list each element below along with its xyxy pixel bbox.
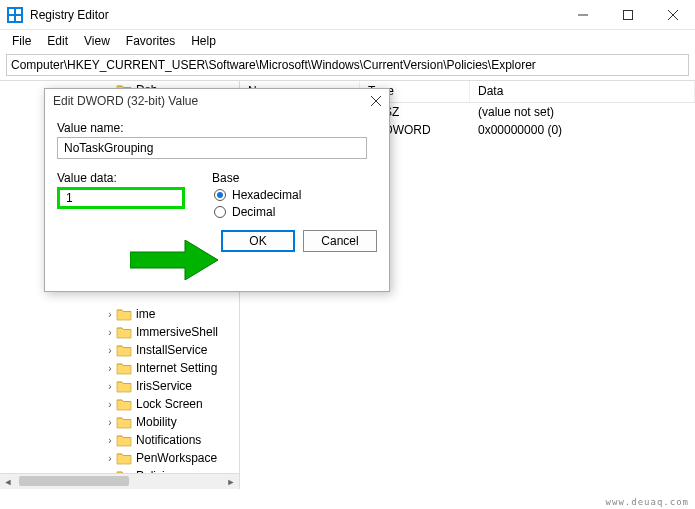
radio-icon [214, 189, 226, 201]
menu-help[interactable]: Help [183, 32, 224, 50]
chevron-right-icon[interactable] [104, 399, 116, 410]
tree-item-label: PenWorkspace [136, 451, 217, 465]
address-bar[interactable]: Computer\HKEY_CURRENT_USER\Software\Micr… [6, 54, 689, 76]
col-header-data[interactable]: Data [470, 81, 695, 102]
tree-item-label: ImmersiveShell [136, 325, 218, 339]
tree-item-label: InstallService [136, 343, 207, 357]
menu-edit[interactable]: Edit [39, 32, 76, 50]
tree-item-label: Notifications [136, 433, 201, 447]
tree-item-mobility[interactable]: Mobility [0, 413, 239, 431]
valuename-label: Value name: [57, 121, 377, 135]
scroll-left-icon[interactable]: ◄ [0, 474, 16, 489]
chevron-right-icon[interactable] [104, 363, 116, 374]
tree-item-label: IrisService [136, 379, 192, 393]
svg-rect-1 [9, 9, 14, 14]
folder-icon [116, 379, 132, 393]
tree-item-label: Lock Screen [136, 397, 203, 411]
annotation-arrow [130, 240, 220, 284]
cell-data: 0x00000000 (0) [470, 123, 695, 137]
dialog-close-button[interactable] [371, 93, 381, 109]
svg-rect-3 [9, 16, 14, 21]
app-icon [6, 6, 24, 24]
folder-icon [116, 307, 132, 321]
close-icon [668, 10, 678, 20]
cell-data: (value not set) [470, 105, 695, 119]
folder-icon [116, 415, 132, 429]
dialog-body: Value name: Value data: Base Hexadecimal… [45, 113, 389, 222]
svg-marker-11 [130, 240, 218, 280]
tree-scrollbar[interactable]: ◄ ► [0, 473, 239, 489]
folder-icon [116, 325, 132, 339]
dialog-titlebar: Edit DWORD (32-bit) Value [45, 89, 389, 113]
folder-icon [116, 397, 132, 411]
radio-decimal[interactable]: Decimal [214, 205, 377, 219]
chevron-right-icon[interactable] [104, 345, 116, 356]
valuename-input[interactable] [57, 137, 367, 159]
folder-icon [116, 361, 132, 375]
cancel-button[interactable]: Cancel [303, 230, 377, 252]
folder-icon [116, 433, 132, 447]
dialog-title: Edit DWORD (32-bit) Value [53, 94, 198, 108]
scroll-right-icon[interactable]: ► [223, 474, 239, 489]
address-text: Computer\HKEY_CURRENT_USER\Software\Micr… [11, 58, 536, 72]
tree-item-label: ime [136, 307, 155, 321]
folder-icon [116, 451, 132, 465]
tree-item-notifications[interactable]: Notifications [0, 431, 239, 449]
menu-file[interactable]: File [4, 32, 39, 50]
menu-view[interactable]: View [76, 32, 118, 50]
scroll-track[interactable] [16, 474, 223, 489]
tree-item-installservice[interactable]: InstallService [0, 341, 239, 359]
chevron-right-icon[interactable] [104, 309, 116, 320]
close-icon [371, 96, 381, 106]
base-label: Base [212, 171, 377, 185]
tree-item-label: Internet Setting [136, 361, 217, 375]
chevron-right-icon[interactable] [104, 381, 116, 392]
menubar: File Edit View Favorites Help [0, 30, 695, 52]
tree-item-label: Mobility [136, 415, 177, 429]
window-title: Registry Editor [30, 8, 560, 22]
close-button[interactable] [650, 0, 695, 30]
radio-hex-label: Hexadecimal [232, 188, 301, 202]
maximize-icon [623, 10, 633, 20]
chevron-right-icon[interactable] [104, 453, 116, 464]
svg-rect-2 [16, 9, 21, 14]
minimize-icon [578, 10, 588, 20]
chevron-right-icon[interactable] [104, 435, 116, 446]
tree-item-ime[interactable]: ime [0, 305, 239, 323]
minimize-button[interactable] [560, 0, 605, 30]
tree-item-immersiveshell[interactable]: ImmersiveShell [0, 323, 239, 341]
scroll-thumb[interactable] [19, 476, 129, 486]
chevron-right-icon[interactable] [104, 417, 116, 428]
maximize-button[interactable] [605, 0, 650, 30]
tree-item-lock-screen[interactable]: Lock Screen [0, 395, 239, 413]
ok-button[interactable]: OK [221, 230, 295, 252]
svg-rect-4 [16, 16, 21, 21]
tree-item-irisservice[interactable]: IrisService [0, 377, 239, 395]
valuedata-label: Value data: [57, 171, 212, 185]
valuedata-input[interactable] [57, 187, 185, 209]
chevron-right-icon[interactable] [104, 327, 116, 338]
radio-hexadecimal[interactable]: Hexadecimal [214, 188, 377, 202]
tree-item-internet-setting[interactable]: Internet Setting [0, 359, 239, 377]
cancel-label: Cancel [321, 234, 358, 248]
folder-icon [116, 343, 132, 357]
ok-label: OK [249, 234, 266, 248]
watermark: www.deuaq.com [606, 497, 689, 507]
radio-icon [214, 206, 226, 218]
svg-rect-6 [623, 10, 632, 19]
radio-dec-label: Decimal [232, 205, 275, 219]
titlebar: Registry Editor [0, 0, 695, 30]
menu-favorites[interactable]: Favorites [118, 32, 183, 50]
tree-item-penworkspace[interactable]: PenWorkspace [0, 449, 239, 467]
